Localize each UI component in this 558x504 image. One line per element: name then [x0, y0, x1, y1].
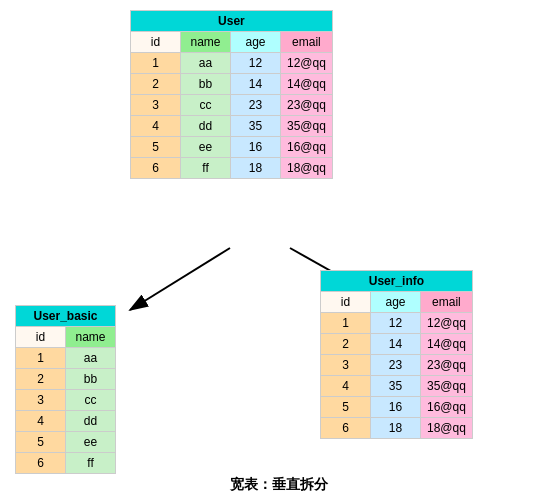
table-row: 1 aa: [16, 348, 116, 369]
user-info-table: User_info id age email 1 12 12@qq 2 14 1…: [320, 270, 473, 439]
table-row: 5 ee 16 16@qq: [131, 137, 333, 158]
user-table: User id name age email 1 aa 12 12@qq 2 b…: [130, 10, 333, 179]
user-basic-table: User_basic id name 1 aa 2 bb 3 cc 4 dd: [15, 305, 116, 474]
user-col-email: email: [281, 32, 333, 53]
table-row: 4 dd 35 35@qq: [131, 116, 333, 137]
table-row: 5 16 16@qq: [321, 397, 473, 418]
diagram-container: User id name age email 1 aa 12 12@qq 2 b…: [0, 0, 558, 504]
user-info-col-email: email: [421, 292, 473, 313]
user-col-name: name: [181, 32, 231, 53]
caption: 宽表：垂直拆分: [0, 476, 558, 494]
svg-line-1: [130, 248, 230, 310]
table-row: 2 14 14@qq: [321, 334, 473, 355]
user-basic-col-id: id: [16, 327, 66, 348]
user-basic-col-name: name: [66, 327, 116, 348]
table-row: 4 dd: [16, 411, 116, 432]
user-col-id: id: [131, 32, 181, 53]
table-row: 3 23 23@qq: [321, 355, 473, 376]
table-row: 1 12 12@qq: [321, 313, 473, 334]
table-row: 4 35 35@qq: [321, 376, 473, 397]
table-row: 6 18 18@qq: [321, 418, 473, 439]
table-row: 5 ee: [16, 432, 116, 453]
table-row: 6 ff: [16, 453, 116, 474]
table-row: 1 aa 12 12@qq: [131, 53, 333, 74]
table-row: 6 ff 18 18@qq: [131, 158, 333, 179]
user-info-col-id: id: [321, 292, 371, 313]
user-info-table-header: User_info: [321, 271, 473, 292]
table-row: 2 bb 14 14@qq: [131, 74, 333, 95]
user-table-header: User: [131, 11, 333, 32]
table-row: 3 cc 23 23@qq: [131, 95, 333, 116]
user-basic-table-header: User_basic: [16, 306, 116, 327]
user-info-col-age: age: [371, 292, 421, 313]
table-row: 2 bb: [16, 369, 116, 390]
table-row: 3 cc: [16, 390, 116, 411]
user-col-age: age: [231, 32, 281, 53]
